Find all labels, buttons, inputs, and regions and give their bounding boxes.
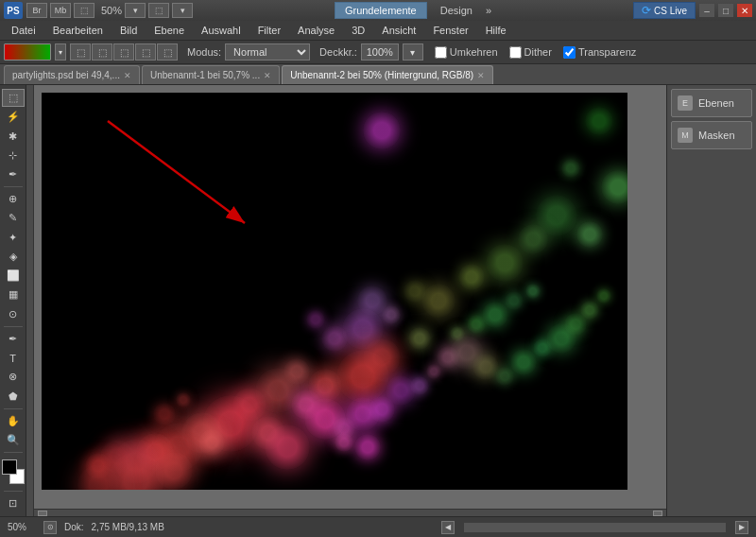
- view-icon[interactable]: ⬚: [148, 3, 169, 18]
- minimize-button[interactable]: –: [699, 4, 714, 17]
- menu-ebene[interactable]: Ebene: [146, 22, 192, 39]
- opt3[interactable]: ⬚: [113, 43, 134, 61]
- menu-filter[interactable]: Filter: [250, 22, 288, 39]
- menu-hilfe[interactable]: Hilfe: [478, 22, 514, 39]
- tab-unbenannt1[interactable]: Unbenannt-1 bei 50,7% ... ✕: [142, 65, 280, 84]
- tab-unbenannt1-close[interactable]: ✕: [264, 71, 271, 80]
- canvas-area[interactable]: [26, 85, 666, 516]
- tab-unbenannt2[interactable]: Unbenannt-2 bei 50% (Hintergrund, RGB/8)…: [282, 65, 493, 84]
- tool-dodge[interactable]: ⊙: [2, 305, 25, 323]
- menu-ansicht[interactable]: Ansicht: [374, 22, 423, 39]
- opt2[interactable]: ⬚: [92, 43, 112, 61]
- tool-history[interactable]: ◈: [2, 248, 25, 266]
- dither-checkbox[interactable]: [509, 46, 522, 59]
- bokeh-circle: [284, 358, 310, 385]
- panel-ebenen[interactable]: E Ebenen: [671, 89, 752, 117]
- transparenz-checkbox[interactable]: [563, 46, 576, 59]
- tool-gradient[interactable]: ▦: [2, 286, 25, 303]
- swatch-arrow[interactable]: ▾: [55, 43, 66, 61]
- tool-text[interactable]: T: [2, 349, 25, 367]
- brush-options: ⬚ ⬚ ⬚ ⬚ ⬚: [70, 43, 178, 61]
- tool-clone[interactable]: ✦: [2, 229, 25, 247]
- bokeh-circle: [346, 397, 380, 431]
- tool-hand[interactable]: ✋: [2, 412, 25, 430]
- deckkr-input[interactable]: [361, 43, 399, 61]
- tool-zoom[interactable]: 🔍: [2, 431, 25, 449]
- scroll-left-status[interactable]: ◀: [441, 521, 455, 534]
- bokeh-circle: [333, 417, 355, 440]
- bokeh-circle: [251, 416, 285, 450]
- status-icon1[interactable]: ⊙: [43, 521, 57, 534]
- menu-auswahl[interactable]: Auswahl: [194, 22, 249, 39]
- umkehren-label: Umkehren: [450, 46, 498, 58]
- tool-lasso[interactable]: ⚡: [2, 108, 25, 126]
- menu-3d[interactable]: 3D: [344, 22, 372, 39]
- mb-icon[interactable]: Mb: [50, 3, 71, 18]
- maximize-button[interactable]: □: [718, 4, 733, 17]
- fg-color-swatch[interactable]: [2, 459, 17, 475]
- bokeh-circle: [472, 354, 499, 380]
- menu-datei[interactable]: Datei: [4, 22, 43, 39]
- main-layout: ⬚ ⚡ ✱ ⊹ ✒ ⊕ ✎ ✦ ◈ ⬜ ▦ ⊙ ✒ T ⊗ ⬟ ✋ 🔍 ⊡: [0, 85, 756, 516]
- deckkr-arrow[interactable]: ▾: [403, 43, 423, 61]
- tool-brush[interactable]: ✎: [2, 209, 25, 227]
- opt4[interactable]: ⬚: [135, 43, 156, 61]
- tool-pen[interactable]: ✒: [2, 330, 25, 348]
- scroll-bottom[interactable]: [34, 509, 666, 516]
- opt1[interactable]: ⬚: [70, 43, 91, 61]
- tool-magic-wand[interactable]: ✱: [2, 128, 25, 146]
- ebenen-icon: E: [678, 95, 693, 111]
- color-tools: [2, 459, 25, 484]
- cslive-button[interactable]: ⟳ CS Live: [633, 2, 696, 19]
- bokeh-circle: [357, 286, 387, 316]
- umkehren-checkbox[interactable]: [435, 46, 447, 59]
- bokeh-circle: [382, 305, 401, 324]
- bokeh-circle: [113, 439, 159, 484]
- br-icon[interactable]: Br: [26, 3, 47, 18]
- cslive-icon: ⟳: [642, 4, 651, 17]
- scroll-right-status[interactable]: ▶: [735, 521, 748, 534]
- tool-select-rect[interactable]: ⬚: [2, 89, 25, 107]
- menu-bearbeiten[interactable]: Bearbeiten: [45, 22, 111, 39]
- extra-icon[interactable]: ▾: [172, 3, 193, 18]
- color-swatch[interactable]: [4, 43, 51, 61]
- layout-icon[interactable]: ⬚: [74, 3, 94, 18]
- menu-fenster[interactable]: Fenster: [425, 22, 475, 39]
- bokeh-circle: [518, 224, 548, 254]
- tab-unbenannt2-close[interactable]: ✕: [477, 71, 485, 80]
- scroll-left[interactable]: [26, 85, 34, 516]
- bokeh-circle: [458, 264, 485, 290]
- bokeh-circle: [437, 346, 459, 369]
- bokeh-circle: [363, 112, 401, 149]
- tool-shape[interactable]: ⬟: [2, 387, 25, 405]
- dither-label: Dither: [524, 46, 552, 58]
- bokeh-circle: [335, 433, 353, 452]
- design-button[interactable]: Design: [431, 3, 482, 18]
- more-button[interactable]: »: [486, 5, 491, 16]
- tool-eyedropper[interactable]: ✒: [2, 165, 25, 183]
- tool-mask-mode[interactable]: ⊡: [2, 494, 25, 512]
- bokeh-circle: [482, 302, 508, 328]
- panel-masken[interactable]: M Masken: [671, 121, 752, 149]
- grundelemente-button[interactable]: Grundelemente: [335, 2, 427, 19]
- bokeh-circle: [100, 440, 134, 474]
- tab-bar: partylights.psd bei 49,4,... ✕ Unbenannt…: [0, 64, 756, 85]
- tool-heal[interactable]: ⊕: [2, 190, 25, 208]
- scroll-track[interactable]: [464, 523, 726, 532]
- zoom-dropdown[interactable]: ▾: [125, 3, 146, 18]
- dither-group: Dither: [509, 46, 552, 59]
- bokeh-circle: [561, 159, 580, 178]
- tab-partylights-close[interactable]: ✕: [124, 71, 131, 80]
- modus-select[interactable]: Normal: [225, 43, 310, 61]
- tool-path[interactable]: ⊗: [2, 368, 25, 386]
- tab-partylights[interactable]: partylights.psd bei 49,4,... ✕: [4, 65, 140, 84]
- tool-eraser[interactable]: ⬜: [2, 267, 25, 285]
- opt5[interactable]: ⬚: [157, 43, 178, 61]
- bokeh-circle: [363, 338, 401, 376]
- close-button[interactable]: ✕: [737, 4, 752, 17]
- menu-bild[interactable]: Bild: [112, 22, 145, 39]
- bokeh-circle: [108, 452, 164, 490]
- tool-crop[interactable]: ⊹: [2, 147, 25, 165]
- menu-analyse[interactable]: Analyse: [290, 22, 342, 39]
- bokeh-circle: [321, 325, 348, 352]
